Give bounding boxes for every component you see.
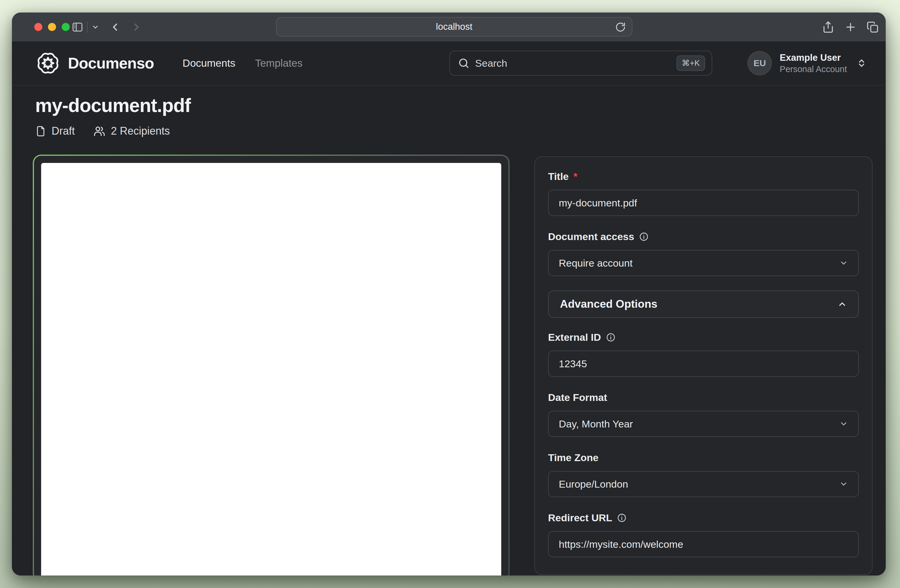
reload-button[interactable] — [615, 22, 626, 32]
external-id-field: External ID — [548, 331, 859, 377]
app-viewport: Documenso Documents Templates Search ⌘+K… — [12, 42, 886, 576]
document-access-select[interactable]: Require account — [548, 250, 859, 276]
plus-icon — [844, 21, 857, 33]
pdf-preview-frame — [33, 155, 510, 576]
document-meta: Draft 2 Recipients — [35, 125, 886, 137]
date-format-select[interactable]: Day, Month Year — [548, 411, 859, 437]
sidebar-toggle-button[interactable] — [69, 12, 86, 42]
search-placeholder: Search — [475, 57, 507, 69]
status-badge: Draft — [35, 125, 75, 137]
zoom-window-button[interactable] — [62, 23, 70, 31]
required-asterisk: * — [573, 170, 577, 183]
advanced-options-label: Advanced Options — [560, 298, 658, 310]
chevron-up-icon — [838, 299, 847, 309]
browser-toolbar: localhost — [12, 12, 886, 42]
document-access-value: Require account — [559, 257, 633, 269]
reload-icon — [615, 22, 626, 32]
global-search[interactable]: Search ⌘+K — [449, 51, 712, 76]
external-id-label: External ID — [548, 331, 601, 344]
sidebar-dropdown-button[interactable] — [89, 12, 102, 42]
address-bar[interactable]: localhost — [276, 17, 632, 37]
avatar-initials: EU — [753, 58, 766, 68]
recipients-text: 2 Recipients — [111, 125, 170, 137]
document-editor-page: my-document.pdf Draft 2 Recipients — [12, 85, 886, 576]
sidebar-icon — [71, 21, 84, 33]
tab-overview-icon — [866, 21, 879, 33]
minimize-window-button[interactable] — [48, 23, 56, 31]
app-header: Documenso Documents Templates Search ⌘+K… — [12, 42, 886, 85]
search-icon — [458, 57, 470, 69]
account-type: Personal Account — [780, 64, 847, 74]
info-icon — [639, 232, 649, 241]
info-icon — [617, 513, 627, 523]
chevron-down-icon — [839, 258, 848, 268]
title-field: Title * — [548, 170, 859, 216]
chevrons-up-down-icon — [857, 58, 867, 68]
forward-icon — [130, 21, 143, 33]
time-zone-select[interactable]: Europe/London — [548, 471, 859, 497]
document-access-label: Document access — [548, 230, 634, 243]
file-icon — [35, 126, 46, 137]
status-text: Draft — [51, 125, 75, 137]
title-input[interactable] — [548, 190, 859, 216]
time-zone-field: Time Zone Europe/London — [548, 451, 859, 497]
recipients-meta: 2 Recipients — [93, 125, 170, 137]
pdf-preview-inner — [34, 156, 508, 576]
address-bar-url: localhost — [436, 22, 472, 32]
title-label: Title — [548, 170, 569, 183]
toolbar-divider — [87, 22, 88, 33]
page-title: my-document.pdf — [35, 94, 886, 116]
new-tab-button[interactable] — [842, 12, 859, 42]
nav-item-templates[interactable]: Templates — [255, 57, 303, 69]
external-id-input[interactable] — [548, 351, 859, 377]
redirect-url-label: Redirect URL — [548, 511, 612, 524]
search-shortcut-badge: ⌘+K — [677, 56, 705, 71]
main-nav: Documents Templates — [183, 57, 303, 69]
close-window-button[interactable] — [34, 23, 42, 31]
share-icon — [822, 21, 835, 33]
date-format-field: Date Format Day, Month Year — [548, 391, 859, 437]
chevron-down-icon — [839, 419, 848, 428]
tab-overview-button[interactable] — [864, 12, 881, 42]
avatar: EU — [748, 51, 772, 75]
account-menu[interactable]: EU Example User Personal Account — [748, 51, 867, 75]
back-button[interactable] — [107, 12, 123, 42]
forward-button[interactable] — [128, 12, 145, 42]
time-zone-value: Europe/London — [559, 478, 628, 490]
browser-window: localhost — [12, 12, 886, 576]
share-button[interactable] — [820, 12, 836, 42]
redirect-url-field: Redirect URL — [548, 511, 859, 557]
document-access-field: Document access Require account — [548, 230, 859, 276]
brand-logo[interactable]: Documenso — [35, 50, 154, 76]
chevron-down-icon — [92, 23, 99, 31]
date-format-value: Day, Month Year — [559, 418, 633, 430]
account-name: Example User — [780, 52, 847, 64]
traffic-lights — [34, 23, 70, 31]
nav-item-documents[interactable]: Documents — [183, 57, 236, 69]
info-icon — [606, 333, 616, 342]
date-format-label: Date Format — [548, 391, 607, 404]
time-zone-label: Time Zone — [548, 451, 598, 464]
documenso-logo-icon — [35, 50, 61, 76]
account-info: Example User Personal Account — [780, 52, 847, 74]
redirect-url-input[interactable] — [548, 531, 859, 557]
users-icon — [93, 125, 106, 137]
brand-name: Documenso — [68, 54, 154, 72]
chevron-down-icon — [839, 480, 848, 489]
document-settings-card: Title * Document access Require account — [534, 156, 872, 575]
advanced-options-toggle[interactable]: Advanced Options — [548, 291, 859, 318]
back-icon — [109, 21, 121, 33]
pdf-page[interactable] — [41, 163, 501, 576]
